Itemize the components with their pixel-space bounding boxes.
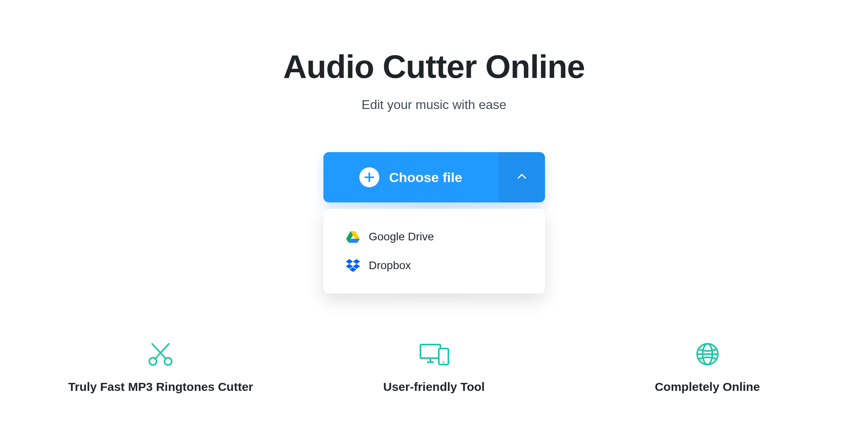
svg-line-10 bbox=[155, 344, 169, 359]
chevron-up-icon bbox=[516, 170, 528, 184]
feature-user-friendly: User-friendly Tool bbox=[326, 341, 542, 395]
dropdown-item-dropbox[interactable]: Dropbox bbox=[323, 251, 545, 280]
uploader: Choose file bbox=[323, 152, 545, 293]
page-title: Audio Cutter Online bbox=[283, 48, 585, 85]
feature-title: Truly Fast MP3 Ringtones Cutter bbox=[68, 379, 253, 395]
globe-icon bbox=[696, 341, 719, 367]
svg-point-16 bbox=[443, 361, 444, 363]
choose-file-button[interactable]: Choose file bbox=[323, 152, 499, 202]
svg-rect-12 bbox=[420, 345, 440, 358]
feature-online: Completely Online bbox=[600, 341, 815, 395]
choose-file-label: Choose file bbox=[389, 170, 462, 185]
svg-line-11 bbox=[152, 344, 166, 359]
page-subtitle: Edit your music with ease bbox=[362, 97, 507, 112]
uploader-container: Choose file bbox=[323, 152, 545, 293]
feature-title: User-friendly Tool bbox=[383, 379, 485, 395]
choose-file-row: Choose file bbox=[323, 152, 545, 202]
plus-icon bbox=[359, 167, 379, 187]
scissors-icon bbox=[147, 341, 174, 367]
dropdown-item-label: Dropbox bbox=[369, 259, 411, 272]
svg-marker-3 bbox=[346, 259, 353, 264]
dropdown-item-label: Google Drive bbox=[369, 230, 434, 243]
devices-icon bbox=[418, 341, 450, 367]
features-row: Truly Fast MP3 Ringtones Cutter User-fri… bbox=[0, 341, 868, 395]
dropbox-icon bbox=[346, 258, 360, 273]
dropdown-item-google-drive[interactable]: Google Drive bbox=[323, 222, 545, 251]
feature-fast-cutter: Truly Fast MP3 Ringtones Cutter bbox=[53, 341, 268, 395]
dropdown-toggle-button[interactable] bbox=[499, 152, 545, 202]
feature-title: Completely Online bbox=[655, 379, 760, 395]
upload-source-dropdown: Google Drive Dropbox bbox=[323, 209, 545, 293]
page: Audio Cutter Online Edit your music with… bbox=[0, 0, 868, 395]
google-drive-icon bbox=[346, 230, 360, 244]
svg-marker-4 bbox=[353, 259, 360, 264]
